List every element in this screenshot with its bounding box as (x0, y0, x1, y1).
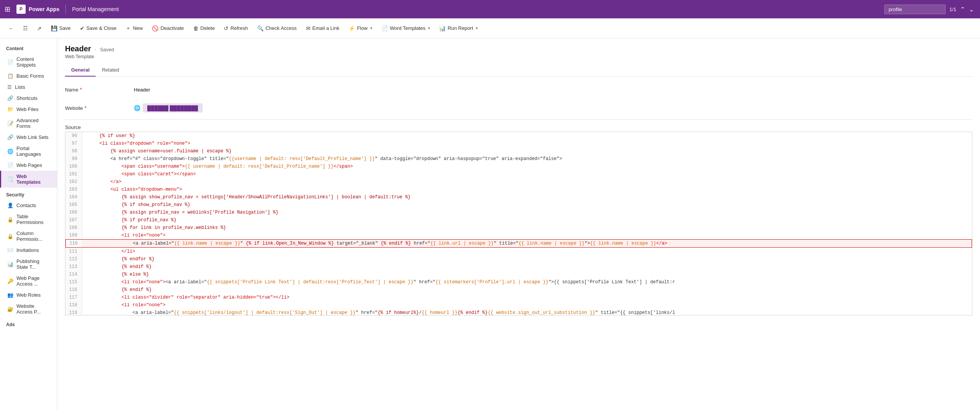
line-number: 99 (65, 155, 82, 163)
code-editor[interactable]: 96 {% if user %}97 <li class="dropdown" … (65, 132, 972, 315)
line-number: 110 (66, 240, 83, 247)
line-content: {% if profile_nav %} (82, 216, 176, 224)
line-content: {% endif %} (82, 286, 152, 294)
sidebar-item-portal-languages[interactable]: 🌐 Portal Languages (0, 143, 57, 160)
sidebar-item-advanced-forms[interactable]: 📝 Advanced Forms (0, 115, 57, 132)
word-templates-label: Word Templates (390, 25, 425, 31)
sidebar-item-column-permissions[interactable]: 🔒 Column Permissio... (0, 228, 57, 245)
line-number: 112 (65, 255, 82, 263)
sidebar-item-label: Advanced Forms (16, 118, 51, 129)
line-number: 104 (65, 193, 82, 201)
line-content: {% if show_profile_nav %} (82, 201, 190, 209)
line-number: 105 (65, 201, 82, 209)
back-button[interactable]: ← (5, 23, 18, 34)
new-button[interactable]: ＋ New (122, 23, 147, 34)
line-content: {% if user %} (82, 132, 135, 140)
code-line: 119 <a aria-label="{{ snippets['links/lo… (65, 309, 972, 315)
sidebar-item-label: Web Link Sets (16, 134, 49, 140)
email-link-button[interactable]: ✉ Email a Link (302, 23, 343, 34)
sidebar-item-contacts[interactable]: 👤 Contacts (0, 200, 57, 211)
sidebar-item-web-link-sets[interactable]: 🔗 Web Link Sets (0, 132, 57, 143)
command-bar: ← ☶ ⇗ 💾 Save ✔ Save & Close ＋ New 🚫 Deac… (0, 18, 980, 38)
delete-button[interactable]: 🗑 Delete (189, 23, 219, 34)
waffle-icon[interactable]: ⊞ (5, 5, 10, 13)
content-section-header: Content (0, 41, 57, 54)
run-report-label: Run Report (448, 25, 473, 31)
save-as-button[interactable]: ☶ (19, 23, 32, 34)
sidebar-item-table-permissions[interactable]: 🔒 Table Permissions (0, 211, 57, 228)
sidebar-item-label: Portal Languages (16, 145, 51, 157)
sidebar-item-web-page-access[interactable]: 🔑 Web Page Access ... (0, 273, 57, 289)
deactivate-label: Deactivate (160, 25, 184, 31)
run-report-button[interactable]: 📊 Run Report ▾ (435, 23, 481, 34)
nav-prev-button[interactable]: ⌃ (959, 5, 967, 14)
sidebar-item-website-access[interactable]: 🔐 Website Access P... (0, 301, 57, 317)
sidebar-item-invitations[interactable]: ✉️ Invitations (0, 245, 57, 256)
delete-icon: 🗑 (193, 25, 199, 31)
tab-general[interactable]: General (65, 64, 96, 77)
sidebar-item-shortcuts[interactable]: 🔗 Shortcuts (0, 93, 57, 104)
share-button[interactable]: ⇗ (33, 23, 46, 34)
website-access-icon: 🔐 (7, 306, 13, 312)
save-close-icon: ✔ (80, 25, 85, 31)
publishing-state-icon: 📊 (7, 261, 13, 267)
line-content: <li class="divider" role="separator" ari… (82, 294, 290, 301)
sidebar-item-web-pages[interactable]: 📄 Web Pages (0, 160, 57, 171)
basic-forms-icon: 📋 (7, 73, 13, 79)
check-access-button[interactable]: 🔍 Check Access (253, 23, 301, 34)
new-icon: ＋ (125, 25, 131, 32)
name-label: Name * (65, 87, 134, 93)
sidebar-item-publishing-state[interactable]: 📊 Publishing State T... (0, 256, 57, 273)
search-input[interactable] (884, 5, 946, 14)
nav-next-button[interactable]: ⌄ (967, 5, 975, 14)
main-content: Header · Saved Web Template General Rela… (57, 38, 980, 410)
line-content: <li role="none"><a aria-label="{{ snippe… (82, 278, 675, 286)
code-line: 101 <span class="caret"></span> (65, 170, 972, 178)
line-number: 119 (65, 309, 82, 315)
refresh-label: Refresh (230, 25, 248, 31)
line-number: 101 (65, 170, 82, 178)
sidebar-item-label: Basic Forms (16, 73, 44, 79)
sidebar-item-label: Content Snippets (16, 56, 51, 68)
flow-label: Flow (357, 25, 367, 31)
sidebar-item-label: Lists (15, 84, 25, 90)
name-field-row: Name * Header (65, 83, 972, 96)
refresh-button[interactable]: ↺ Refresh (220, 23, 252, 34)
line-number: 102 (65, 178, 82, 186)
sidebar-item-web-roles[interactable]: 👥 Web Roles (0, 289, 57, 301)
code-line: 118 <li role="none"> (65, 301, 972, 309)
word-templates-button[interactable]: 📄 Word Templates ▾ (378, 23, 434, 34)
code-line: 113 {% endif %} (65, 263, 972, 271)
code-line: 97 <li class="dropdown" role="none"> (65, 140, 972, 147)
tab-bar: General Related (65, 64, 972, 77)
code-line: 112 {% endfor %} (65, 255, 972, 263)
app-layout: Content 📄 Content Snippets 📋 Basic Forms… (0, 38, 980, 410)
sidebar-item-web-templates[interactable]: 🗒️ Web Templates (0, 171, 57, 188)
line-content: {% endif %} (82, 263, 152, 271)
name-value[interactable]: Header (134, 87, 150, 93)
line-content: {% assign show_profile_nav = settings['H… (82, 193, 411, 201)
tab-related[interactable]: Related (96, 64, 125, 77)
save-close-button[interactable]: ✔ Save & Close (76, 23, 120, 34)
code-line: 109 <li role="none"> (65, 232, 972, 239)
sidebar-item-lists[interactable]: ☰ Lists (0, 82, 57, 93)
sidebar-item-content-snippets[interactable]: 📄 Content Snippets (0, 54, 57, 70)
website-value[interactable]: ██████ ████████ (143, 103, 203, 113)
portal-languages-icon: 🌐 (7, 149, 13, 154)
sidebar-item-label: Web Files (16, 106, 39, 112)
deactivate-button[interactable]: 🚫 Deactivate (148, 23, 187, 34)
record-title: Header (65, 44, 91, 53)
website-label: Website * (65, 105, 134, 111)
shortcuts-icon: 🔗 (7, 95, 13, 101)
line-number: 106 (65, 209, 82, 216)
save-button[interactable]: 💾 Save (47, 23, 75, 34)
code-line: 104 {% assign show_profile_nav = setting… (65, 193, 972, 201)
sidebar-item-basic-forms[interactable]: 📋 Basic Forms (0, 70, 57, 82)
contacts-icon: 👤 (7, 203, 13, 208)
line-content: {% endfor %} (82, 255, 155, 263)
sidebar-item-web-files[interactable]: 📁 Web Files (0, 104, 57, 115)
line-content: {% else %} (82, 271, 149, 278)
flow-button[interactable]: ⚡ Flow ▾ (345, 23, 376, 34)
check-access-icon: 🔍 (257, 25, 264, 31)
line-number: 108 (65, 224, 82, 232)
